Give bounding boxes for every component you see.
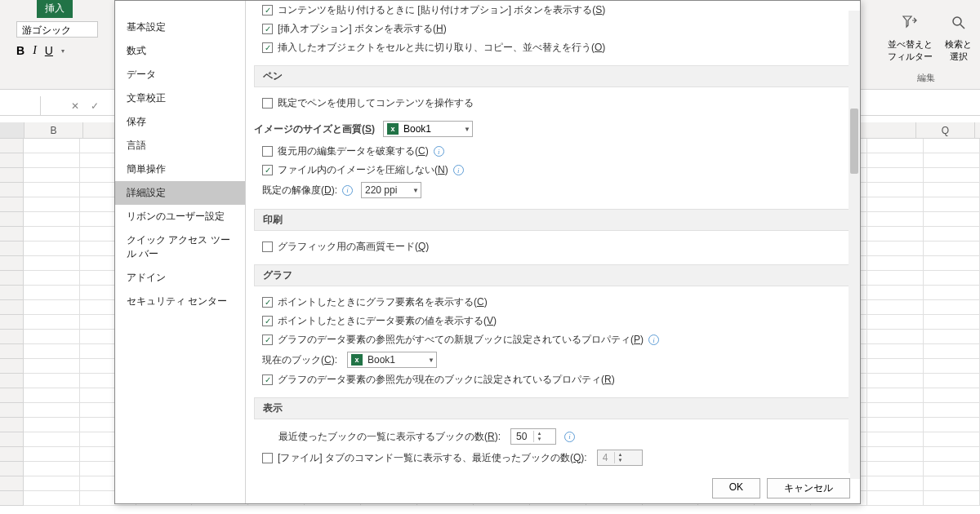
cell[interactable] xyxy=(924,447,980,462)
cell[interactable] xyxy=(24,388,80,403)
nav-item-10[interactable]: アドイン xyxy=(115,266,245,290)
col-header-q[interactable]: Q xyxy=(916,122,975,138)
nav-item-11[interactable]: セキュリティ センター xyxy=(115,290,245,313)
cell[interactable] xyxy=(867,462,924,476)
scrollbar[interactable] xyxy=(849,11,860,479)
cell[interactable] xyxy=(24,315,80,330)
row-header[interactable] xyxy=(0,388,24,403)
nav-item-2[interactable]: データ xyxy=(115,63,245,86)
checkbox-chart-props-all[interactable] xyxy=(262,335,273,345)
spinner-recent-books[interactable]: 50▲▼ xyxy=(510,428,556,445)
cell[interactable] xyxy=(924,227,980,241)
cell[interactable] xyxy=(867,286,924,300)
cell[interactable] xyxy=(867,344,924,359)
cell[interactable] xyxy=(24,462,80,476)
info-icon[interactable] xyxy=(453,165,464,175)
cell[interactable] xyxy=(867,447,924,462)
cell[interactable] xyxy=(24,432,80,447)
cell[interactable] xyxy=(867,418,924,432)
cell[interactable] xyxy=(867,374,924,388)
ribbon-tab-insert[interactable]: 挿入 xyxy=(37,0,73,18)
cell[interactable] xyxy=(24,447,80,462)
row-header[interactable] xyxy=(0,330,24,344)
row-header[interactable] xyxy=(0,212,24,227)
cell[interactable] xyxy=(24,418,80,432)
row-header[interactable] xyxy=(0,227,24,241)
combo-default-resolution[interactable]: 220 ppi▼ xyxy=(361,182,421,198)
cell[interactable] xyxy=(24,183,80,197)
cell[interactable] xyxy=(867,330,924,344)
cell[interactable] xyxy=(24,491,80,506)
cell[interactable] xyxy=(867,212,924,227)
nav-item-6[interactable]: 簡単操作 xyxy=(115,157,245,181)
checkbox-paste-options[interactable] xyxy=(262,5,273,16)
cell[interactable] xyxy=(924,241,980,256)
cell[interactable] xyxy=(924,388,980,403)
font-name-combo[interactable]: 游ゴシック xyxy=(16,21,98,38)
nav-item-5[interactable]: 言語 xyxy=(115,134,245,157)
row-header[interactable] xyxy=(0,447,24,462)
cell[interactable] xyxy=(867,359,924,374)
ok-button[interactable]: OK xyxy=(712,478,760,498)
checkbox-chart-props-current[interactable] xyxy=(262,374,273,385)
nav-item-0[interactable]: 基本設定 xyxy=(115,16,245,39)
cell[interactable] xyxy=(867,168,924,183)
checkbox-chart-data-value[interactable] xyxy=(262,316,273,326)
cell[interactable] xyxy=(867,300,924,315)
spinner-recent-commands[interactable]: 4▲▼ xyxy=(597,450,643,466)
cell[interactable] xyxy=(924,330,980,344)
row-header[interactable] xyxy=(0,271,24,286)
row-header[interactable] xyxy=(0,241,24,256)
info-icon[interactable] xyxy=(342,185,353,196)
cell[interactable] xyxy=(867,183,924,197)
cell[interactable] xyxy=(24,139,80,153)
row-header[interactable] xyxy=(0,300,24,315)
cell[interactable] xyxy=(924,359,980,374)
cell[interactable] xyxy=(924,153,980,168)
underline-button[interactable]: U xyxy=(45,44,53,57)
nav-item-7[interactable]: 詳細設定 xyxy=(115,181,245,205)
row-header[interactable] xyxy=(0,286,24,300)
nav-item-4[interactable]: 保存 xyxy=(115,110,245,134)
cell[interactable] xyxy=(867,227,924,241)
scroll-thumb[interactable] xyxy=(850,109,858,174)
row-header[interactable] xyxy=(0,197,24,212)
cell[interactable] xyxy=(867,388,924,403)
cell[interactable] xyxy=(867,271,924,286)
cell[interactable] xyxy=(924,183,980,197)
cell[interactable] xyxy=(924,315,980,330)
cell[interactable] xyxy=(924,286,980,300)
underline-dropdown[interactable]: ▾ xyxy=(61,47,65,55)
checkbox-chart-element-name[interactable] xyxy=(262,297,273,308)
cell[interactable] xyxy=(24,227,80,241)
checkbox-pen-default[interactable] xyxy=(262,98,273,109)
cell[interactable] xyxy=(924,462,980,476)
row-header[interactable] xyxy=(0,403,24,418)
nav-item-8[interactable]: リボンのユーザー設定 xyxy=(115,205,245,228)
info-icon[interactable] xyxy=(564,432,575,442)
cell[interactable] xyxy=(867,139,924,153)
cell[interactable] xyxy=(24,344,80,359)
nav-item-3[interactable]: 文章校正 xyxy=(115,86,245,110)
cell[interactable] xyxy=(924,374,980,388)
checkbox-print-hq[interactable] xyxy=(262,241,273,252)
cell[interactable] xyxy=(867,153,924,168)
row-header[interactable] xyxy=(0,344,24,359)
cell[interactable] xyxy=(867,476,924,491)
cell[interactable] xyxy=(24,403,80,418)
combo-image-target-book[interactable]: Book1▼ xyxy=(383,121,473,137)
cell[interactable] xyxy=(24,476,80,491)
cell[interactable] xyxy=(24,359,80,374)
cell[interactable] xyxy=(867,403,924,418)
cell[interactable] xyxy=(24,271,80,286)
row-header[interactable] xyxy=(0,491,24,506)
cancel-button[interactable]: キャンセル xyxy=(767,478,850,498)
row-header[interactable] xyxy=(0,315,24,330)
row-header[interactable] xyxy=(0,139,24,153)
cell[interactable] xyxy=(867,256,924,271)
cell[interactable] xyxy=(924,432,980,447)
col-header-b[interactable]: B xyxy=(24,122,83,138)
cell[interactable] xyxy=(924,491,980,506)
cell[interactable] xyxy=(24,197,80,212)
checkbox-discard-edit-data[interactable] xyxy=(262,146,273,157)
